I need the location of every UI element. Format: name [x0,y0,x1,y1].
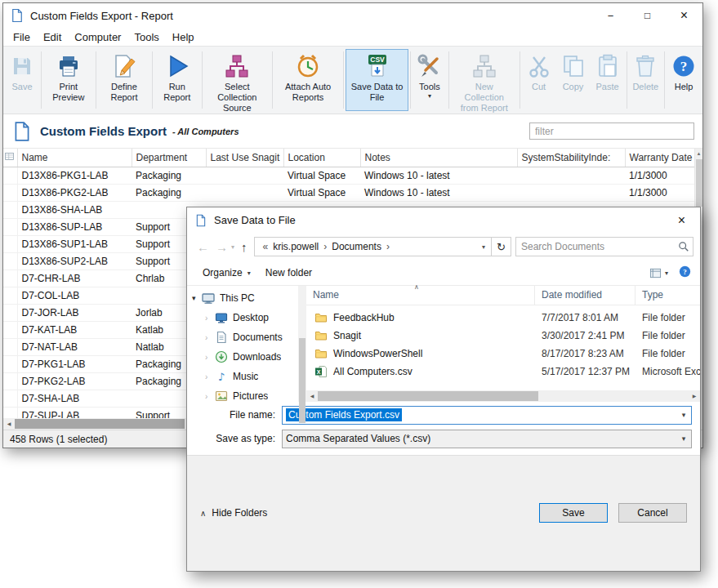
toolbar-button-attach-auto-reports[interactable]: Attach Auto Reports [274,49,341,111]
organize-button[interactable]: Organize▾ [195,264,258,282]
file-name-input[interactable]: Custom Fields Export.csv ▾ [282,406,692,425]
column-header-last-use-snagit[interactable]: Last Use Snagit [206,149,283,167]
toolbar-button-save-data-to-file[interactable]: CSVSave Data to File [346,49,408,111]
change-view-button[interactable]: ▾ [646,265,671,281]
toolbar-separator [152,51,153,109]
refresh-button[interactable]: ↻ [492,237,511,256]
cancel-button[interactable]: Cancel [618,503,687,523]
column-header-location[interactable]: Location [283,149,360,167]
file-item-snagit[interactable]: Snagit3/30/2017 2:41 PMFile folder [306,327,700,345]
close-button[interactable]: × [666,3,702,28]
tree-item-this-pc[interactable]: ▾This PC [187,288,298,308]
toolbar-button-select-collection-source[interactable]: Select Collection Source [203,49,270,111]
collection-icon [224,53,250,79]
column-header-name[interactable]: Name [17,149,132,167]
scroll-right-icon[interactable]: ▶ [689,390,700,402]
tree-item-pictures[interactable]: ›Pictures [187,386,298,402]
toolbar-button-define-report[interactable]: Define Report [98,49,151,111]
breadcrumb-item-kris-powell[interactable]: kris.powell [271,240,320,253]
file-item-feedbackhub[interactable]: FeedbackHub7/7/2017 8:01 AMFile folder [306,309,700,327]
menu-item-edit[interactable]: Edit [37,29,68,45]
save-as-type-value: Comma Separated Values (*.csv) [286,433,430,444]
window-controls: − □ × [592,3,702,28]
report-document-icon [11,121,33,142]
table-row[interactable]: D13X86-PKG2-LABPackagingVirtual SpaceWin… [3,184,694,201]
minimize-button[interactable]: − [592,3,629,28]
toolbar-button-help[interactable]: ?Help [667,49,701,111]
table-row[interactable]: D13X86-PKG1-LABPackagingVirtual SpaceWin… [3,167,694,184]
details-view-icon [649,267,662,279]
hide-folders-button[interactable]: ∧ Hide Folders [200,507,267,519]
chevron-up-icon: ∧ [200,509,206,518]
scroll-left-icon[interactable]: ◀ [3,418,15,430]
search-input[interactable] [521,241,678,252]
toolbar-button-print-preview[interactable]: Print Preview [43,49,94,111]
toolbar-button-tools[interactable]: Tools▾ [413,49,447,111]
up-button[interactable]: ↑ [238,240,251,254]
play-icon [164,53,190,79]
recent-locations-dropdown-icon[interactable]: ▾ [231,243,236,251]
scrollbar-thumb[interactable] [318,391,538,401]
back-button: ← [194,240,212,254]
column-header-date-modified[interactable]: Date modified [535,286,635,305]
scrollbar-thumb[interactable] [15,419,185,429]
toolbar-separator [664,51,665,109]
chevron-collapsed-icon[interactable]: › [205,353,215,362]
column-header-department[interactable]: Department [132,149,206,167]
help-icon: ? [671,53,697,79]
column-header-name[interactable]: Name [306,286,535,305]
combo-dropdown-icon[interactable]: ▾ [676,434,691,443]
file-list-horizontal-scrollbar[interactable]: ◀ ▶ [306,390,700,402]
chevron-collapsed-icon[interactable]: › [205,333,215,342]
toolbar-separator [520,51,520,109]
search-icon[interactable] [678,241,689,252]
document-icon [215,331,228,344]
new-folder-button[interactable]: New folder [258,264,319,282]
chevron-collapsed-icon[interactable]: › [205,314,215,323]
collection-disabled-icon [471,53,497,79]
menu-item-help[interactable]: Help [166,29,201,45]
scrollbar-thumb[interactable] [299,338,305,423]
tree-item-downloads[interactable]: ›Downloads [187,347,298,367]
chevron-expanded-icon[interactable]: ▾ [192,294,202,302]
report-subtitle: - All Computers [172,127,239,136]
tree-item-documents[interactable]: ›Documents [187,327,298,347]
menu-item-tools[interactable]: Tools [127,29,165,45]
column-header-type[interactable]: Type [635,286,700,305]
address-dropdown-icon[interactable]: ▾ [476,243,491,251]
tree-item-desktop[interactable]: ›Desktop [187,308,298,327]
file-item-windowspowershell[interactable]: WindowsPowerShell8/17/2017 8:23 AMFile f… [306,345,700,363]
tree-scrollbar[interactable] [298,286,306,402]
column-header-warranty-date[interactable]: Warranty Date [625,149,694,167]
scroll-up-icon[interactable]: ▲ [695,149,702,158]
menu-item-computer[interactable]: Computer [68,29,127,45]
toolbar-button-run-report[interactable]: Run Report [154,49,200,111]
breadcrumb-overflow-icon[interactable]: « [263,241,269,252]
maximize-button[interactable]: □ [629,3,666,28]
row-selector-header[interactable] [3,149,17,167]
combo-dropdown-icon[interactable]: ▾ [676,411,691,419]
breadcrumb-item-documents[interactable]: Documents [330,240,383,253]
toolbar-separator [448,51,449,109]
address-bar[interactable]: «kris.powell›Documents› ▾ [254,237,492,256]
chevron-right-icon: › [323,241,327,252]
toolbar: SavePrint PreviewDefine ReportRun Report… [3,46,702,114]
save-button[interactable]: Save [539,503,608,523]
tree-item-music[interactable]: ›♪Music [187,367,298,386]
toolbar-button-save: Save [5,49,39,111]
save-as-type-select[interactable]: Comma Separated Values (*.csv) ▾ [282,430,692,448]
column-header-notes[interactable]: Notes [360,149,517,167]
title-bar: Custom Fields Export - Report − □ × [3,3,702,28]
chevron-collapsed-icon[interactable]: › [205,372,215,381]
menu-item-file[interactable]: File [7,29,37,45]
file-item-all-computers-csv[interactable]: XAll Computers.csv5/17/2017 12:37 PMMicr… [306,363,700,381]
toolbar-separator [96,51,96,109]
scroll-left-icon[interactable]: ◀ [306,390,318,402]
column-header-systemstabilityinde[interactable]: SystemStabilityInde: [517,149,625,167]
filter-input[interactable] [529,122,694,140]
dialog-help-button[interactable]: ? [678,265,692,281]
dialog-close-button[interactable]: × [663,213,700,228]
chevron-right-icon: › [386,241,390,252]
scrollbar-thumb[interactable] [696,159,702,207]
chevron-collapsed-icon[interactable]: › [205,392,215,401]
